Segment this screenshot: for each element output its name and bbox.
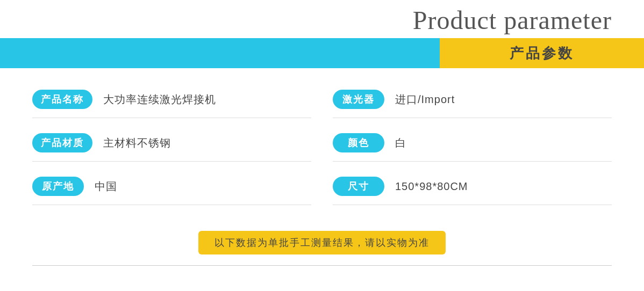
param-value: 150*98*80CM [395, 180, 468, 193]
param-row-right-0: 激光器 进口/Import [333, 90, 612, 118]
header-bar: 产品参数 [0, 38, 644, 68]
param-label: 产品材质 [32, 133, 92, 152]
param-row-right-1: 颜色 白 [333, 133, 612, 162]
header-section: Product parameter 产品参数 [0, 0, 644, 68]
param-row-right-2: 尺寸 150*98*80CM [333, 177, 612, 205]
product-parameter-title: Product parameter [0, 0, 644, 38]
param-label: 产品名称 [32, 90, 92, 109]
page-wrapper: Product parameter 产品参数 产品名称 大功率连续激光焊接机 激… [0, 0, 644, 266]
param-value: 主材料不锈钢 [103, 136, 171, 150]
notice-box: 以下数据为单批手工测量结果，请以实物为准 [198, 231, 446, 254]
param-value: 进口/Import [395, 92, 455, 107]
param-label: 颜色 [333, 133, 384, 152]
params-section: 产品名称 大功率连续激光焊接机 激光器 进口/Import 产品材质 主材料不锈… [0, 74, 644, 231]
param-value: 大功率连续激光焊接机 [103, 92, 216, 107]
param-label: 尺寸 [333, 177, 384, 196]
param-row-left-1: 产品材质 主材料不锈钢 [32, 133, 311, 162]
header-bar-yellow: 产品参数 [440, 38, 644, 68]
param-row-left-0: 产品名称 大功率连续激光焊接机 [32, 90, 311, 118]
param-label: 激光器 [333, 90, 384, 109]
header-bar-yellow-text: 产品参数 [510, 44, 574, 63]
param-row-left-2: 原产地 中国 [32, 177, 311, 205]
param-label: 原产地 [32, 177, 84, 196]
notice-section: 以下数据为单批手工测量结果，请以实物为准 [32, 231, 612, 254]
param-value: 中国 [95, 179, 117, 194]
bottom-divider [32, 265, 612, 266]
header-bar-blue [0, 38, 440, 68]
param-value: 白 [395, 136, 406, 150]
